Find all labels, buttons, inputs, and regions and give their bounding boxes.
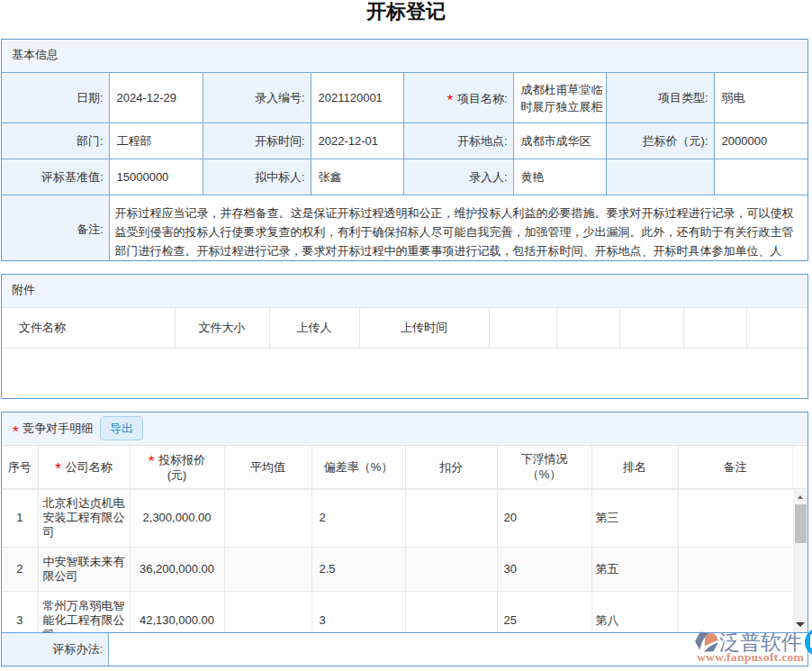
svg-text:www.fanpusoft.com: www.fanpusoft.com (697, 650, 805, 664)
